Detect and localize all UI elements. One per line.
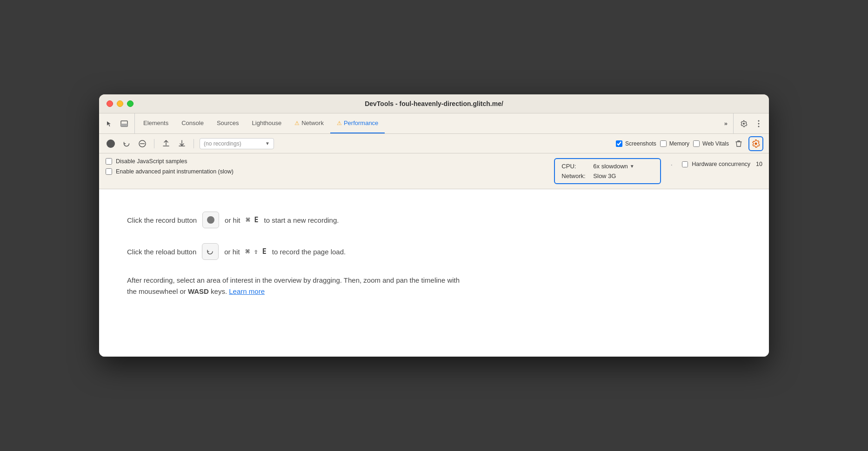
performance-warning-icon: ⚠ <box>337 120 342 126</box>
clear-button[interactable] <box>136 138 148 150</box>
svg-point-7 <box>755 142 757 145</box>
tab-bar-left <box>103 113 135 133</box>
capture-settings-bar: Disable JavaScript samples Enable advanc… <box>99 153 769 189</box>
record-button[interactable] <box>105 138 117 150</box>
record-or-text: or hit <box>225 216 240 224</box>
network-row: Network: Slow 3G <box>561 172 654 179</box>
hardware-concurrency-area: Hardware concurrency 10 <box>682 158 762 167</box>
cpu-value: 6x slowdown <box>593 163 628 170</box>
tab-elements[interactable]: Elements <box>137 113 175 133</box>
main-content: Click the record button or hit ⌘ E to st… <box>99 189 769 357</box>
reload-or-text: or hit <box>224 248 240 256</box>
reload-suffix-text: to record the page load. <box>272 248 346 256</box>
tab-bar-right <box>733 113 765 133</box>
cpu-dropdown[interactable]: 6x slowdown ▼ <box>593 163 634 170</box>
screenshots-group: Screenshots <box>616 140 656 147</box>
settings-highlighted-button[interactable] <box>748 136 763 151</box>
network-warning-icon: ⚠ <box>294 120 300 126</box>
minimize-button[interactable] <box>117 100 123 107</box>
title-bar: DevTools - foul-heavenly-direction.glitc… <box>99 94 769 113</box>
hardware-concurrency-label: Hardware concurrency <box>692 161 750 167</box>
separator-1 <box>154 139 154 148</box>
memory-group: Memory <box>660 140 689 147</box>
tab-console[interactable]: Console <box>175 113 210 133</box>
tab-sources[interactable]: Sources <box>210 113 246 133</box>
svg-point-3 <box>758 123 760 124</box>
delete-button[interactable] <box>733 138 745 150</box>
devtools-window: DevTools - foul-heavenly-direction.glitc… <box>99 94 769 357</box>
dock-icon[interactable] <box>118 117 131 130</box>
web-vitals-checkbox[interactable] <box>693 140 700 147</box>
settings-icon[interactable] <box>737 117 750 130</box>
enable-paint-checkbox[interactable] <box>106 168 112 175</box>
tab-lighthouse[interactable]: Lighthouse <box>246 113 288 133</box>
reload-instruction-row: Click the reload button or hit ⌘ ⇧ E to … <box>127 243 741 260</box>
more-tabs-button[interactable]: » <box>721 113 731 133</box>
recordings-dropdown[interactable]: (no recordings) ▼ <box>200 138 274 149</box>
disable-js-samples-checkbox[interactable] <box>106 158 112 165</box>
window-title: DevTools - foul-heavenly-direction.glitc… <box>365 100 503 107</box>
performance-toolbar: (no recordings) ▼ Screenshots Memory Web… <box>99 134 769 153</box>
record-shortcut: ⌘ E <box>246 216 258 224</box>
reload-shortcut: ⌘ ⇧ E <box>246 247 267 256</box>
network-value: Slow 3G <box>593 172 616 179</box>
svg-rect-1 <box>121 124 127 126</box>
learn-more-link[interactable]: Learn more <box>229 287 265 295</box>
record-inline-button <box>202 212 219 228</box>
cursor-icon[interactable] <box>103 117 116 130</box>
cpu-dropdown-arrow: ▼ <box>630 164 634 169</box>
record-instruction-text: Click the record button <box>127 216 197 224</box>
tab-performance[interactable]: ⚠ Performance <box>330 113 385 133</box>
enable-paint-row: Enable advanced paint instrumentation (s… <box>106 168 545 175</box>
record-suffix-text: to start a new recording. <box>264 216 339 224</box>
record-instruction-row: Click the record button or hit ⌘ E to st… <box>127 212 741 228</box>
separator-dot: · <box>670 160 673 170</box>
more-options-icon[interactable] <box>752 117 765 130</box>
capture-left: Disable JavaScript samples Enable advanc… <box>106 158 545 175</box>
reload-button[interactable] <box>120 138 133 150</box>
screenshots-label: Screenshots <box>625 140 656 147</box>
disable-js-samples-row: Disable JavaScript samples <box>106 158 545 165</box>
separator-2 <box>194 139 194 148</box>
cpu-network-box: CPU: 6x slowdown ▼ Network: Slow 3G <box>554 158 661 184</box>
dropdown-arrow-icon: ▼ <box>265 141 270 146</box>
web-vitals-group: Web Vitals <box>693 140 729 147</box>
tab-network[interactable]: ⚠ Network <box>288 113 330 133</box>
separator-dot-area: · <box>670 158 673 170</box>
disable-js-samples-label: Disable JavaScript samples <box>116 158 187 165</box>
network-label: Network: <box>561 172 589 179</box>
memory-checkbox[interactable] <box>660 140 667 147</box>
reload-instruction-text: Click the reload button <box>127 248 196 256</box>
enable-paint-label: Enable advanced paint instrumentation (s… <box>116 168 234 175</box>
svg-point-2 <box>758 120 760 121</box>
download-button[interactable] <box>176 138 188 150</box>
close-button[interactable] <box>107 100 113 107</box>
tab-list: Elements Console Sources Lighthouse ⚠ Ne… <box>137 113 721 133</box>
upload-button[interactable] <box>160 138 172 150</box>
wasd-label: WASD <box>188 287 209 295</box>
screenshots-checkbox[interactable] <box>616 140 622 147</box>
maximize-button[interactable] <box>127 100 134 107</box>
cpu-label: CPU: <box>561 163 589 170</box>
svg-point-4 <box>758 126 760 127</box>
traffic-lights <box>107 100 134 107</box>
keys-label: keys. <box>209 287 229 295</box>
tab-bar: Elements Console Sources Lighthouse ⚠ Ne… <box>99 113 769 134</box>
hardware-concurrency-value: 10 <box>756 161 762 167</box>
web-vitals-label: Web Vitals <box>702 140 729 147</box>
memory-label: Memory <box>669 140 689 147</box>
after-recording-text: After recording, select an area of inter… <box>127 275 462 297</box>
cpu-row: CPU: 6x slowdown ▼ <box>561 163 654 170</box>
reload-inline-button <box>202 243 219 260</box>
hardware-concurrency-checkbox[interactable] <box>682 161 688 167</box>
after-text: After recording, select an area of inter… <box>127 276 460 295</box>
